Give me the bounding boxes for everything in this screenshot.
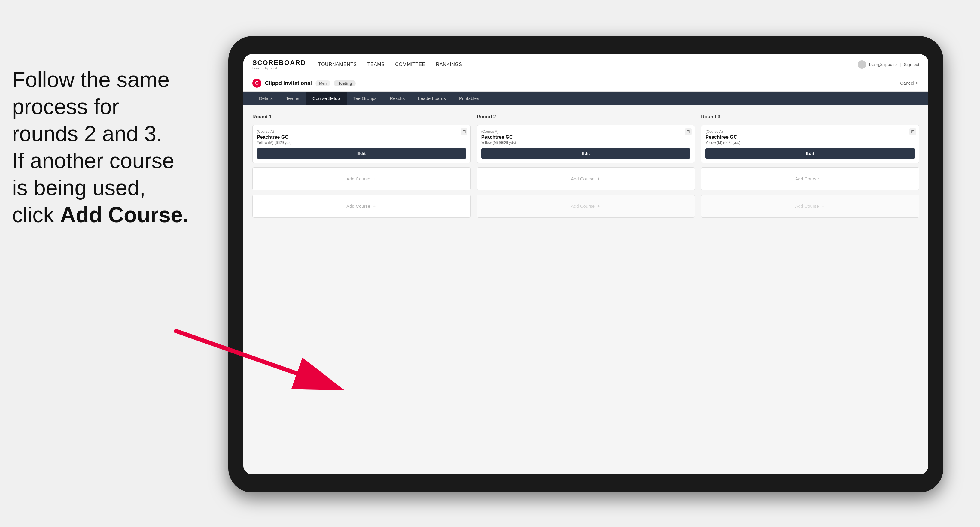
round-2-add-course-2: Add Course ＋ <box>477 195 695 218</box>
round-1-title: Round 1 <box>252 114 471 119</box>
nav-links: TOURNAMENTS TEAMS COMMITTEE RANKINGS <box>318 62 858 67</box>
plus-icon-r1-2: ＋ <box>372 203 376 209</box>
round-3-edit-button[interactable]: Edit <box>705 148 915 159</box>
hosting-badge: Hosting <box>334 80 355 86</box>
round-3-add-course-1[interactable]: Add Course ＋ <box>701 167 919 190</box>
tournament-name: Clippd Invitational <box>265 80 312 86</box>
user-email: blair@clippd.io <box>869 62 897 67</box>
round-2-course-card: ⊡ (Course A) Peachtree GC Yellow (M) (66… <box>477 125 695 163</box>
nav-right: blair@clippd.io | Sign out <box>858 60 919 69</box>
tablet-screen: SCOREBOARD Powered by clippd TOURNAMENTS… <box>243 54 928 475</box>
round-1-col: Round 1 ⊡ (Course A) Peachtree GC Yellow… <box>252 114 471 218</box>
round-1-card-action[interactable]: ⊡ <box>461 128 468 135</box>
round-2-edit-button[interactable]: Edit <box>481 148 691 159</box>
round-3-col: Round 3 ⊡ (Course A) Peachtree GC Yellow… <box>701 114 919 218</box>
round-3-card-action[interactable]: ⊡ <box>909 128 916 135</box>
round-1-course-label: (Course A) <box>257 129 466 133</box>
round-3-course-name: Peachtree GC <box>705 135 915 140</box>
round-3-course-card: ⊡ (Course A) Peachtree GC Yellow (M) (66… <box>701 125 919 163</box>
round-1-add-course-1[interactable]: Add Course ＋ <box>252 167 471 190</box>
plus-icon-r3-2: ＋ <box>821 203 825 209</box>
round-3-title: Round 3 <box>701 114 919 119</box>
tab-leaderboards[interactable]: Leaderboards <box>411 92 452 105</box>
logo-main: SCOREBOARD <box>252 59 306 67</box>
sign-out-link[interactable]: Sign out <box>904 62 919 67</box>
rounds-grid: Round 1 ⊡ (Course A) Peachtree GC Yellow… <box>252 114 919 218</box>
round-1-add-course-2[interactable]: Add Course ＋ <box>252 195 471 218</box>
plus-icon-r2-1: ＋ <box>597 176 601 182</box>
tab-course-setup[interactable]: Course Setup <box>306 92 347 105</box>
round-2-add-course-1[interactable]: Add Course ＋ <box>477 167 695 190</box>
tab-results[interactable]: Results <box>383 92 411 105</box>
avatar <box>858 60 866 69</box>
round-2-col: Round 2 ⊡ (Course A) Peachtree GC Yellow… <box>477 114 695 218</box>
main-content: Round 1 ⊡ (Course A) Peachtree GC Yellow… <box>243 105 928 475</box>
plus-icon-r1-1: ＋ <box>372 176 376 182</box>
top-nav: SCOREBOARD Powered by clippd TOURNAMENTS… <box>243 54 928 75</box>
clippd-icon: C <box>252 79 261 88</box>
plus-icon-r3-1: ＋ <box>821 176 825 182</box>
tab-details[interactable]: Details <box>252 92 279 105</box>
nav-committee[interactable]: COMMITTEE <box>395 62 425 67</box>
nav-teams[interactable]: TEAMS <box>368 62 385 67</box>
logo-sub: Powered by clippd <box>252 67 306 70</box>
round-2-course-label: (Course A) <box>481 129 691 133</box>
tablet-frame: SCOREBOARD Powered by clippd TOURNAMENTS… <box>228 36 943 492</box>
round-3-add-course-2: Add Course ＋ <box>701 195 919 218</box>
round-1-course-details: Yellow (M) (6629 yds) <box>257 141 466 145</box>
gender-badge: Men <box>315 80 330 86</box>
round-2-course-name: Peachtree GC <box>481 135 691 140</box>
nav-tournaments[interactable]: TOURNAMENTS <box>318 62 357 67</box>
round-3-course-label: (Course A) <box>705 129 915 133</box>
sub-header-left: C Clippd Invitational Men Hosting <box>252 79 356 88</box>
nav-rankings[interactable]: RANKINGS <box>436 62 462 67</box>
sub-header: C Clippd Invitational Men Hosting Cancel… <box>243 75 928 92</box>
round-1-edit-button[interactable]: Edit <box>257 148 466 159</box>
cancel-button[interactable]: Cancel ✕ <box>900 81 919 86</box>
tab-tee-groups[interactable]: Tee Groups <box>347 92 383 105</box>
instruction-text: Follow the same process for rounds 2 and… <box>0 54 216 240</box>
tab-bar: Details Teams Course Setup Tee Groups Re… <box>243 92 928 105</box>
tab-printables[interactable]: Printables <box>452 92 486 105</box>
round-1-course-name: Peachtree GC <box>257 135 466 140</box>
round-3-course-details: Yellow (M) (6629 yds) <box>705 141 915 145</box>
round-2-card-action[interactable]: ⊡ <box>685 128 692 135</box>
plus-icon-r2-2: ＋ <box>597 203 601 209</box>
scoreboard-logo: SCOREBOARD Powered by clippd <box>252 59 306 70</box>
tab-teams[interactable]: Teams <box>279 92 306 105</box>
pipe-divider: | <box>900 62 901 67</box>
round-2-course-details: Yellow (M) (6629 yds) <box>481 141 691 145</box>
round-2-title: Round 2 <box>477 114 695 119</box>
round-1-course-card: ⊡ (Course A) Peachtree GC Yellow (M) (66… <box>252 125 471 163</box>
